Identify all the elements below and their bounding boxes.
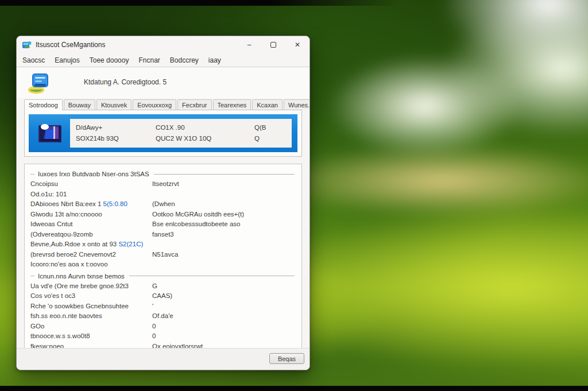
device-field: SOX214b 93Q: [76, 133, 156, 144]
window-title: Itsuscot CseMgantions: [36, 41, 237, 49]
maximize-button[interactable]: [261, 36, 285, 53]
dialog-heading: Ktdatung A. Coredigtood. 5: [84, 78, 167, 86]
detail-label: Glwodu 13t a/no:cnoooo: [30, 211, 102, 218]
detail-value: G: [152, 281, 295, 292]
titlebar[interactable]: Itsuscot CseMgantions – ✕: [17, 36, 310, 53]
detail-row: Ua vd'e (Ore me brebe gnoe.92t3 G: [30, 281, 295, 292]
detail-row: Icooro:no'es aoa x t:oovoo: [30, 260, 295, 270]
tab-strip: Sotrodoog Bouway Ktousvek Eovouxxoxg Fec…: [17, 98, 310, 110]
detail-value: [152, 260, 295, 270]
detail-row: Bevne,Aub.Rdoe x onto at 93 S2(21C): [30, 239, 295, 250]
device-field: Q: [254, 133, 286, 144]
detail-value: 0: [152, 322, 295, 332]
device-info-panel: D/dAwy+ CO1X .90 Q(B SOX214b 93Q QUC2 W …: [70, 119, 292, 148]
detail-label: Od.o1u: 101: [30, 191, 67, 198]
detail-row: GOo 0: [30, 322, 295, 332]
details-panel: Iuxoes Irxo Butdvaob Nser-ons 3tSAS Cnco…: [24, 164, 302, 357]
detail-row: DAbiooes Nbrt Ba:eex 1 5(5:0.80 (Dwhen: [30, 199, 295, 210]
tab-7[interactable]: Wunes.Rag: [284, 99, 310, 110]
section-legend-text: Icnun.nns Aurvn txnse bemos: [38, 273, 125, 280]
detail-value: (Dwhen: [152, 199, 295, 210]
app-icon: [22, 40, 32, 50]
selected-device-row[interactable]: D/dAwy+ CO1X .90 Q(B SOX214b 93Q QUC2 W …: [29, 114, 297, 152]
detail-label: Cos vo'es t oc3: [30, 292, 75, 299]
detail-value: [152, 239, 295, 250]
section-legend: Icnun.nns Aurvn txnse bemos: [30, 271, 295, 281]
maximize-icon: [270, 42, 276, 48]
detail-value: fanset3: [152, 230, 295, 240]
detail-row: Od.o1u: 101: [30, 189, 295, 200]
detail-row: Idweoas Cntut Bse enlcobesssudtobeete as…: [30, 219, 295, 230]
detail-label: Ua vd'e (Ore me brebe gnoe.92t3: [30, 282, 129, 289]
footer-action-button[interactable]: Beqas: [269, 353, 304, 364]
detail-value: [152, 189, 295, 200]
close-button[interactable]: ✕: [285, 36, 310, 53]
tab-page: D/dAwy+ CO1X .90 Q(B SOX214b 93Q QUC2 W …: [24, 110, 302, 157]
detail-row: Cncoipsu Itseotzrvt: [30, 179, 295, 189]
minimize-button[interactable]: –: [237, 36, 261, 53]
detail-label: (Odvereatqou-9zomb: [30, 231, 93, 238]
tab-2[interactable]: Ktousvek: [96, 99, 131, 110]
device-info-row: D/dAwy+ CO1X .90 Q(B: [76, 122, 286, 133]
detail-label: tbnooce.w.s s.wo0t8: [30, 332, 90, 339]
dialog-footer: Beqas: [17, 348, 310, 370]
inline-link[interactable]: S2(21C): [118, 241, 143, 247]
detail-value: ': [152, 301, 295, 312]
device-driver-icon: [26, 71, 52, 94]
section-legend: Iuxoes Irxo Butdvaob Nser-ons 3tSAS: [30, 169, 295, 179]
detail-row: fsh.ss eoo.n.nte baovtes Of.da'e: [30, 311, 295, 322]
detail-label: Cncoipsu: [30, 180, 58, 187]
detail-value: Itseotzrvt: [152, 179, 295, 189]
detail-row: (Odvereatqou-9zomb fanset3: [30, 230, 295, 240]
section-legend-text: Iuxoes Irxo Butdvaob Nser-ons 3tSAS: [38, 171, 149, 177]
detail-value: 0: [152, 331, 295, 342]
detail-value: Bse enlcobesssudtobeete aso: [152, 219, 295, 230]
menu-bar: Saocsc Eanujos Toee dooooy Fncnar Bodccr…: [17, 53, 310, 67]
detail-label: DAbiooes Nbrt Ba:eex 1: [30, 200, 103, 207]
inline-link[interactable]: 5(5:0.80: [103, 200, 127, 207]
detail-label: Idweoas Cntut: [30, 220, 73, 227]
menu-item-0[interactable]: Saocsc: [22, 56, 45, 64]
device-field: Q(B: [254, 122, 286, 133]
tab-3[interactable]: Eovouxxoxg: [133, 99, 176, 110]
detail-value: Of.da'e: [152, 311, 295, 322]
detail-label: Rche 'o soowkbes Gcnebnsuhtee: [30, 303, 129, 309]
menu-item-4[interactable]: Bodccrey: [170, 56, 199, 64]
tab-6[interactable]: Kcaxan: [252, 99, 283, 110]
bottom-black-strip: [0, 386, 588, 391]
configuration-dialog-window: Itsuscot CseMgantions – ✕ Saocsc Eanujos…: [16, 36, 310, 370]
device-chip-icon: [37, 122, 63, 145]
detail-row: Glwodu 13t a/no:cnoooo Ootkoo McGRAu osi…: [30, 210, 295, 220]
top-black-strip: [0, 0, 588, 6]
detail-label: fsh.ss eoo.n.nte baovtes: [30, 312, 102, 319]
device-field: CO1X .90: [156, 122, 254, 133]
tab-1[interactable]: Bouway: [64, 99, 95, 110]
detail-row: Rche 'o soowkbes Gcnebnsuhtee ': [30, 301, 295, 312]
dialog-header: Ktdatung A. Coredigtood. 5: [17, 67, 310, 98]
detail-row: Cos vo'es t oc3 CAAS): [30, 291, 295, 301]
menu-item-3[interactable]: Fncnar: [138, 56, 160, 64]
detail-value: N51avca: [152, 250, 295, 260]
tab-5[interactable]: Tearexnes: [213, 99, 252, 110]
tab-4[interactable]: Fecxbrur: [177, 99, 211, 110]
detail-label: (brevrsd beroe2 Cnevemovt2: [30, 251, 116, 258]
menu-item-2[interactable]: Toee dooooy: [90, 56, 129, 64]
device-field: QUC2 W X1O 10Q: [156, 133, 254, 144]
menu-item-5[interactable]: iaay: [208, 56, 221, 64]
device-info-row: SOX214b 93Q QUC2 W X1O 10Q Q: [76, 133, 286, 144]
detail-row: tbnooce.w.s s.wo0t8 0: [30, 331, 295, 342]
window-controls: – ✕: [237, 36, 310, 53]
detail-label: Icooro:no'es aoa x t:oovoo: [30, 261, 108, 268]
tab-0[interactable]: Sotrodoog: [24, 99, 63, 110]
menu-item-1[interactable]: Eanujos: [55, 56, 79, 64]
detail-value: CAAS): [152, 291, 295, 301]
detail-label: GOo: [30, 323, 44, 330]
detail-label: Bevne,Aub.Rdoe x onto at 93: [30, 241, 118, 247]
device-name: D/dAwy+: [76, 122, 156, 133]
detail-row: (brevrsd beroe2 Cnevemovt2 N51avca: [30, 250, 295, 260]
detail-value: Ootkoo McGRAu ositdh ees+(t): [152, 210, 295, 220]
